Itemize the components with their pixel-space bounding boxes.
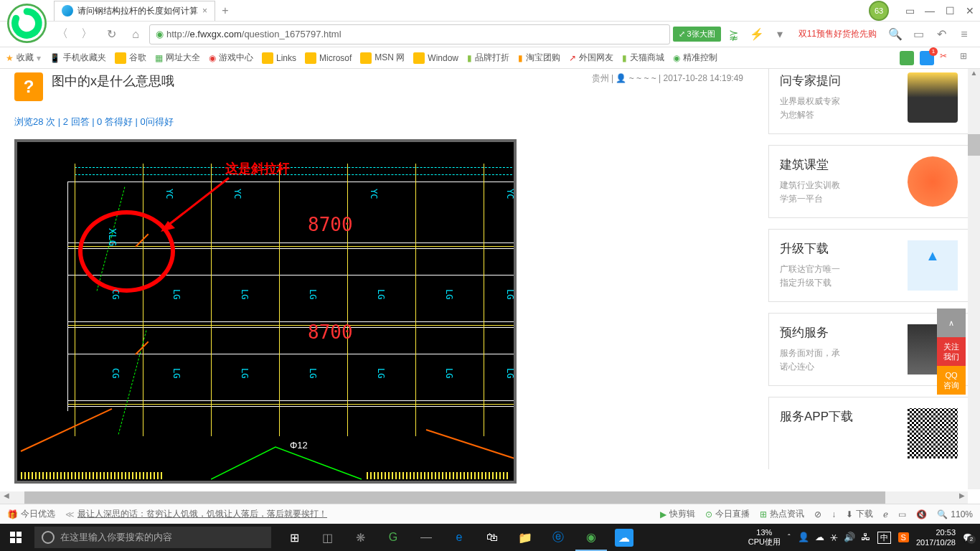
zoom-icon: 🔍 (937, 509, 948, 519)
play-icon: ⊙ (705, 509, 712, 519)
home-button[interactable]: ⌂ (125, 24, 146, 45)
taskbar-ie[interactable]: ⓔ (542, 524, 574, 551)
bookmark-item[interactable]: ↗外国网友 (569, 52, 613, 64)
promo-link[interactable]: 双11预售好货抢先购 (798, 28, 877, 40)
follow-us-button[interactable]: 关注 我们 (937, 337, 966, 366)
folder-icon (413, 52, 425, 64)
status-icon[interactable]: 🔇 (916, 509, 927, 519)
site-icon: ◉ (673, 53, 680, 63)
bookmark-item[interactable]: Microsof (305, 52, 352, 64)
task-view-icon[interactable]: ⊞ (278, 524, 310, 551)
bookmark-item[interactable]: ▦网址大全 (155, 52, 200, 64)
download-icon: ⬇ (846, 509, 853, 519)
browser-tab[interactable]: 请问钢结构拉杆的长度如何计算 × (54, 1, 215, 21)
search-icon[interactable]: 🔍 (885, 24, 905, 44)
bookmark-item[interactable]: MSN 网 (360, 52, 405, 64)
tab-close-icon[interactable]: × (202, 6, 207, 16)
flash-icon[interactable]: ⚡ (747, 24, 767, 44)
extension-icon[interactable] (900, 51, 914, 65)
tray-bluetooth-icon[interactable]: ⚹ (830, 532, 838, 543)
today-picks-button[interactable]: 🎁今日优选 (7, 508, 55, 520)
tray-network-icon[interactable]: 🖧 (861, 532, 870, 543)
status-live[interactable]: ⊙今日直播 (705, 508, 750, 520)
window-skin-icon[interactable]: ▭ (900, 1, 920, 21)
bookmark-item[interactable]: ◉游戏中心 (209, 52, 253, 64)
taskbar-app[interactable]: — (410, 524, 442, 551)
svg-rect-5 (10, 538, 15, 543)
cpu-meter[interactable]: 13%CPU使用 (748, 528, 781, 547)
mobile-icon: 📱 (50, 53, 60, 63)
sidebar-card-download[interactable]: 升级下载 广联达官方唯一指定升级下载 (768, 229, 969, 302)
expert-avatar-icon (908, 72, 958, 123)
sidebar-card-app[interactable]: 服务APP下载 (768, 397, 969, 469)
taskbar-app[interactable]: ◫ (311, 524, 343, 551)
status-cut[interactable]: ▶快剪辑 (660, 508, 695, 520)
bookmark-item[interactable]: ▮淘宝团购 (518, 52, 560, 64)
image-count-badge[interactable]: ⤢3张大图 (673, 27, 721, 42)
bookmark-item[interactable]: 谷歌 (115, 52, 146, 64)
scissors-icon: ▶ (660, 509, 666, 519)
ime-indicator[interactable]: 中 (877, 532, 891, 544)
taskbar-edge[interactable]: e (443, 524, 475, 551)
qq-consult-button[interactable]: QQ 咨询 (937, 366, 966, 395)
folder-icon (305, 52, 316, 64)
back-button[interactable]: 〈 (52, 24, 73, 45)
url-input[interactable]: ◉ http://e.fwxgx.com/question_1675797.ht… (149, 24, 670, 44)
bookmark-item[interactable]: Window (413, 52, 458, 64)
cortana-search-input[interactable]: 在这里输入你要搜索的内容 (34, 527, 271, 548)
window-close-icon[interactable]: ✕ (960, 1, 980, 21)
globe-icon: ◉ (156, 29, 164, 39)
horizontal-scrollbar[interactable]: ◀▶ (0, 491, 968, 504)
start-button[interactable] (0, 524, 32, 551)
taskbar-app[interactable]: ❋ (344, 524, 376, 551)
status-icon[interactable]: ▭ (898, 509, 906, 519)
tray-cloud-icon[interactable]: ☁ (815, 532, 824, 543)
new-tab-button[interactable]: + (215, 1, 235, 21)
bookmark-item[interactable]: ▮品牌打折 (467, 52, 509, 64)
tray-expand-icon[interactable]: ˆ (788, 533, 791, 542)
taskbar-app[interactable]: ☁ (608, 524, 640, 551)
status-download[interactable]: ⬇下载 (846, 508, 873, 520)
question-stats[interactable]: 浏览28 次 | 2 回答 | 0 答得好 | 0问得好 (14, 116, 743, 128)
bookmark-item[interactable]: ▮天猫商城 (622, 52, 664, 64)
taskbar-store[interactable]: 🛍 (476, 524, 508, 551)
tray-clock[interactable]: 20:532017/10/28 (916, 527, 956, 548)
status-icon[interactable]: ℯ (883, 509, 888, 519)
share-icon[interactable]: ⪺ (724, 24, 744, 44)
taskbar-360browser[interactable]: ◉ (575, 524, 607, 551)
window-minimize-icon[interactable]: — (920, 1, 940, 21)
reader-icon[interactable]: ▭ (908, 24, 928, 44)
dropdown-icon[interactable]: ▾ (770, 24, 790, 44)
forward-button[interactable]: 〉 (76, 24, 98, 45)
ime-sogou-icon[interactable]: S (898, 532, 909, 542)
tray-people-icon[interactable]: 👤 (798, 532, 809, 543)
site-icon: ↗ (569, 53, 576, 63)
sidebar-card-expert[interactable]: 问专家提问 业界最权威专家为您解答 (768, 69, 969, 134)
status-icon[interactable]: ↓ (831, 509, 836, 519)
status-hotspot[interactable]: ⊞热点资讯 (760, 508, 804, 520)
svg-line-1 (164, 178, 229, 228)
vertical-scrollbar[interactable]: ▲ (968, 69, 980, 489)
shield-badge[interactable]: 63 (869, 1, 889, 21)
news-ticker[interactable]: ≪最让人深思的话：贫穷让人饥饿，饥饿让人落后，落后就要挨打！ (65, 508, 327, 520)
extension-icon[interactable]: ⊞ (960, 51, 974, 65)
scroll-top-button[interactable]: ∧ (937, 309, 966, 337)
bookmark-item[interactable]: 📱手机收藏夹 (50, 52, 106, 64)
bookmark-item[interactable]: Links (262, 52, 296, 64)
reload-button[interactable]: ↻ (100, 24, 122, 45)
sidebar-card-course[interactable]: 建筑课堂 建筑行业实训教学第一平台 (768, 145, 969, 218)
taskbar-app[interactable]: G (377, 524, 409, 551)
status-icon[interactable]: ⊘ (814, 509, 821, 519)
tray-volume-icon[interactable]: 🔊 (844, 532, 855, 543)
zoom-level[interactable]: 🔍110% (937, 509, 973, 519)
extension-icon[interactable]: ✂ (940, 51, 954, 65)
favorites-button[interactable]: ★收藏▾ (6, 52, 41, 64)
window-maximize-icon[interactable]: ☐ (940, 1, 960, 21)
taskbar-explorer[interactable]: 📁 (509, 524, 541, 551)
menu-icon[interactable]: ≡ (954, 24, 974, 44)
bookmark-item[interactable]: ◉精准控制 (673, 52, 717, 64)
star-icon: ★ (6, 53, 14, 63)
notification-center-icon[interactable]: 💬2 (963, 533, 973, 542)
extension-icon[interactable]: 1 (920, 51, 934, 65)
undo-icon[interactable]: ↶ (931, 24, 951, 44)
